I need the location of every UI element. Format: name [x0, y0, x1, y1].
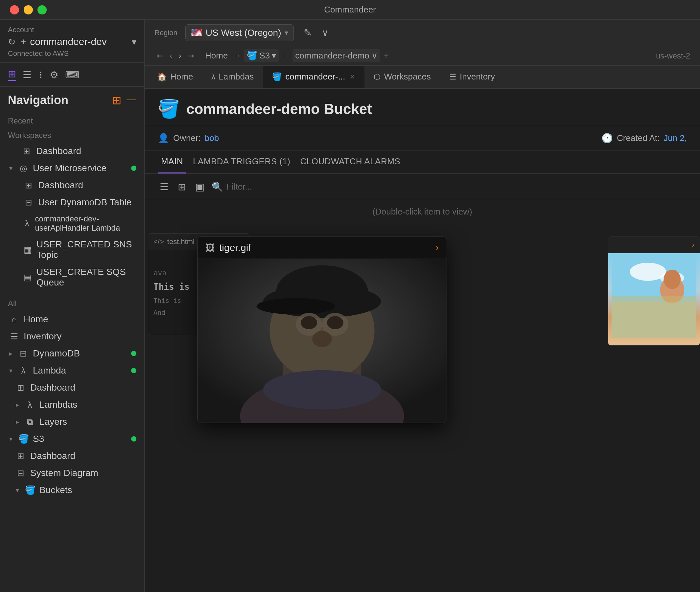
sidebar-item-dynamodb-table[interactable]: ⊟ User DynamoDB Table: [0, 194, 144, 211]
close-button[interactable]: [10, 5, 19, 14]
sidebar-item-lambdas[interactable]: ▸ λ Lambdas: [0, 396, 144, 413]
nav-last-icon[interactable]: ⇥: [186, 51, 196, 61]
tab-home[interactable]: 🏠 Home: [148, 66, 202, 88]
section-all: All: [0, 296, 144, 311]
popup-filename: tiger.gif: [219, 242, 431, 253]
settings-btn[interactable]: ⚙: [50, 69, 58, 81]
lambda-icon: λ: [18, 366, 28, 376]
sidebar-item-dynamodb[interactable]: ▸ ⊟ DynamoDB: [0, 345, 144, 362]
html-icon: </>: [153, 238, 164, 246]
breadcrumb-s3[interactable]: 🪣 S3 ▾: [244, 49, 279, 62]
files-area: </> test.html ava This is This is And: [145, 224, 700, 592]
add-icon[interactable]: +: [21, 37, 26, 47]
grid-icon: ⊞: [22, 146, 32, 156]
created-label: Created At:: [617, 133, 660, 143]
tiger-gif-popup[interactable]: 🖼 tiger.gif ›: [197, 237, 447, 423]
breadcrumb-bar: ⇤ ‹ › ⇥ Home → 🪣 S3 ▾ → commandeer-demo …: [145, 46, 700, 66]
sidebar-item-layers[interactable]: ▸ ⧉ Layers: [0, 413, 144, 430]
grid-icon: ⊞: [24, 180, 34, 191]
clock-icon: 🕐: [601, 133, 613, 144]
grid-view-btn[interactable]: ⊞: [8, 68, 16, 81]
account-row: ↻ + commandeer-dev ▾: [8, 36, 136, 47]
sidebar-item-s3-dashboard[interactable]: ⊞ Dashboard: [0, 447, 144, 464]
main-content: Region 🇺🇸 US West (Oregon) ▾ ✎ ∨ ⇤ ‹ › ⇥…: [145, 20, 700, 592]
grid-view-icon[interactable]: ⊞: [176, 179, 188, 195]
chevron-right-icon: ▸: [16, 418, 19, 426]
popup-header: 🖼 tiger.gif ›: [197, 237, 447, 258]
minimize-button[interactable]: [24, 5, 33, 14]
region-label: Region: [154, 29, 178, 37]
sidebar-item-home[interactable]: ⌂ Home: [0, 311, 144, 328]
sidebar-item-ws-dashboard[interactable]: ⊞ Dashboard: [0, 143, 144, 160]
sidebar-item-sqs-queue[interactable]: ▤ USER_CREATE SQS Queue: [0, 263, 144, 291]
sidebar-item-ws-dashboard2[interactable]: ⊞ Dashboard: [0, 177, 144, 194]
keyboard-btn[interactable]: ⌨: [65, 69, 79, 81]
chevron-down-icon: ▾: [9, 366, 12, 375]
inner-tab-main[interactable]: MAIN: [158, 150, 186, 174]
edit-region-icon[interactable]: ✎: [302, 25, 314, 40]
chevron-down-icon: ▾: [9, 164, 12, 172]
sidebar-item-inventory[interactable]: ☰ Inventory: [0, 328, 144, 345]
filter-input[interactable]: [226, 182, 409, 192]
sidebar-item-lambda-handler[interactable]: λ commandeer-dev-userApiHandler Lambda: [0, 211, 144, 236]
nav-header: Navigation ⊞ —: [0, 87, 144, 110]
add-tab-icon[interactable]: +: [383, 51, 389, 61]
account-dropdown-icon[interactable]: ▾: [132, 37, 136, 47]
nav-title: Navigation: [8, 93, 68, 107]
lambda-icon: λ: [24, 218, 30, 229]
filter-btn[interactable]: ⫶: [38, 69, 43, 80]
grid-icon: ⊞: [16, 451, 26, 461]
bucket-icon: 🪣: [25, 485, 35, 495]
sidebar-item-buckets[interactable]: ▾ 🪣 Buckets: [0, 482, 144, 499]
tab-workspaces-label: Workspaces: [384, 71, 431, 82]
inner-tab-lambda-triggers[interactable]: LAMBDA TRIGGERS (1): [190, 150, 294, 174]
expand-icon[interactable]: ∨: [322, 27, 329, 38]
breadcrumb-home[interactable]: Home: [202, 49, 230, 62]
account-name[interactable]: commandeer-dev: [30, 36, 128, 47]
maximize-button[interactable]: [38, 5, 47, 14]
svg-rect-15: [197, 259, 447, 423]
partial-right-card[interactable]: ›: [608, 237, 700, 346]
nav-first-icon[interactable]: ⇤: [154, 51, 165, 61]
sidebar-item-lambda-dashboard[interactable]: ⊞ Dashboard: [0, 379, 144, 396]
sidebar-item-lambda[interactable]: ▾ λ Lambda: [0, 362, 144, 379]
content-toolbar: ☰ ⊞ ▣ 🔍: [145, 174, 700, 200]
tab-commandeer[interactable]: 🪣 commandeer-... ✕: [263, 66, 365, 88]
partial-image: [608, 253, 700, 345]
svg-point-20: [663, 270, 681, 289]
tabs-bar: 🏠 Home λ Lambdas 🪣 commandeer-... ✕ ⬡ Wo…: [145, 66, 700, 89]
breadcrumb-arrow-2: →: [282, 52, 289, 60]
sidebar: Account ↻ + commandeer-dev ▾ Connected t…: [0, 20, 145, 592]
list-view-icon[interactable]: ☰: [158, 179, 171, 195]
tab-close-icon[interactable]: ✕: [350, 73, 355, 81]
inner-tab-cloudwatch[interactable]: CLOUDWATCH ALARMS: [297, 150, 404, 174]
lambda-tab-icon: λ: [211, 72, 215, 82]
card-view-icon[interactable]: ▣: [193, 179, 206, 195]
sidebar-item-sns-topic[interactable]: ▦ USER_CREATED SNS Topic: [0, 236, 144, 263]
tab-inventory-label: Inventory: [460, 71, 495, 82]
bucket-icon-large: 🪣: [158, 99, 180, 119]
search-icon: 🔍: [212, 181, 223, 192]
tab-lambdas[interactable]: λ Lambdas: [202, 66, 263, 88]
refresh-icon[interactable]: ↻: [8, 37, 15, 47]
sidebar-item-system-diagram[interactable]: ⊟ System Diagram: [0, 464, 144, 482]
bucket-tab-icon: 🪣: [272, 72, 282, 82]
connection-status: Connected to AWS: [8, 49, 136, 58]
nav-forward-icon[interactable]: ›: [177, 51, 183, 61]
tab-inventory[interactable]: ☰ Inventory: [440, 66, 504, 88]
status-dot-green: [131, 351, 136, 356]
sidebar-item-s3[interactable]: ▾ 🪣 S3: [0, 430, 144, 447]
tab-workspaces[interactable]: ⬡ Workspaces: [365, 66, 440, 88]
inventory-tab-icon: ☰: [449, 72, 457, 82]
sidebar-item-user-microservice[interactable]: ▾ ◎ User Microservice: [0, 160, 144, 177]
nav-back-icon[interactable]: ‹: [168, 51, 174, 61]
lambda-icon: λ: [25, 400, 35, 410]
region-selector[interactable]: 🇺🇸 US West (Oregon) ▾: [185, 24, 294, 41]
owner-icon: 👤: [158, 133, 169, 144]
titlebar: Commandeer: [0, 0, 700, 20]
breadcrumb-bucket[interactable]: commandeer-demo ∨: [292, 49, 380, 62]
nav-collapse-icon[interactable]: —: [127, 94, 136, 107]
s3-icon: 🪣: [18, 434, 28, 444]
nav-arrange-icon[interactable]: ⊞: [112, 94, 121, 107]
list-view-btn[interactable]: ☰: [23, 69, 32, 81]
